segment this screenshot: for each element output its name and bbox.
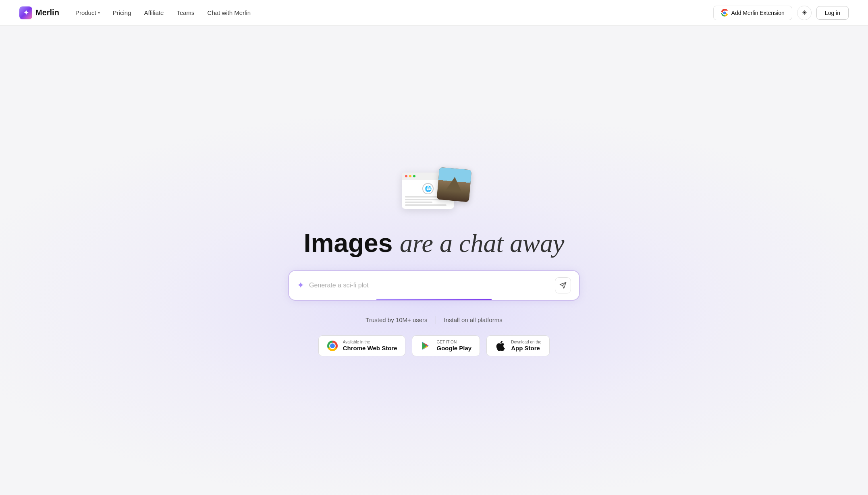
browser-line [405, 202, 432, 203]
play-badge-text: GET IT ON Google Play [436, 340, 471, 352]
chevron-down-icon: ▾ [98, 10, 100, 15]
chrome-badge-icon [327, 340, 338, 351]
nav-teams[interactable]: Teams [177, 9, 194, 16]
logo-icon: ✦ [19, 6, 32, 19]
close-dot [405, 175, 407, 177]
nav-product[interactable]: Product ▾ [75, 9, 100, 16]
play-badge-icon [420, 340, 432, 351]
minimize-dot [409, 175, 411, 177]
google-play-badge[interactable]: GET IT ON Google Play [412, 335, 480, 356]
logo-text: Merlin [35, 8, 59, 17]
globe-icon: 🌐 [422, 183, 434, 194]
chrome-badge-text: Available in the Chrome Web Store [343, 340, 397, 352]
building-image [437, 167, 472, 202]
navbar: ✦ Merlin Product ▾ Pricing Affiliate Tea… [0, 0, 868, 26]
chrome-badge-big: Chrome Web Store [343, 345, 397, 352]
expand-dot [413, 175, 415, 177]
add-extension-label: Add Merlin Extension [731, 10, 785, 16]
nav-chat[interactable]: Chat with Merlin [208, 9, 251, 16]
apple-badge-icon [495, 340, 506, 351]
nav-right: Add Merlin Extension ☀ Log in [713, 6, 849, 20]
svg-point-1 [723, 11, 726, 14]
trust-line: Trusted by 10M+ users Install on all pla… [365, 316, 502, 324]
apple-badge-text: Download on the App Store [511, 340, 541, 352]
send-icon [559, 282, 567, 289]
trust-divider [436, 316, 436, 324]
headline-italic-text: are a chat away [400, 229, 564, 258]
install-text: Install on all platforms [444, 316, 503, 323]
play-badge-big: Google Play [436, 345, 471, 352]
chrome-icon [721, 9, 728, 17]
chrome-badge-small: Available in the [343, 340, 397, 345]
theme-toggle-button[interactable]: ☀ [797, 6, 812, 20]
sun-icon: ☀ [802, 9, 807, 17]
login-button[interactable]: Log in [816, 6, 849, 20]
apple-icon [496, 341, 505, 351]
nav-left: ✦ Merlin Product ▾ Pricing Affiliate Tea… [19, 6, 251, 19]
browser-line [405, 204, 446, 206]
apple-badge-big: App Store [511, 345, 541, 352]
search-input[interactable] [309, 282, 550, 289]
nav-links: Product ▾ Pricing Affiliate Teams Chat w… [75, 9, 251, 16]
search-box: ✦ [289, 271, 579, 300]
nav-affiliate[interactable]: Affiliate [144, 9, 164, 16]
hero-illustration: 🌐 [394, 164, 474, 221]
trust-text: Trusted by 10M+ users [365, 316, 427, 323]
google-play-icon [421, 341, 431, 351]
add-extension-button[interactable]: Add Merlin Extension [713, 6, 792, 20]
chrome-icon [327, 341, 338, 351]
search-progress-bar [376, 299, 492, 300]
nav-pricing[interactable]: Pricing [113, 9, 131, 16]
hero-headline: Images are a chat away [304, 229, 565, 258]
send-button[interactable] [555, 277, 571, 293]
play-badge-small: GET IT ON [436, 340, 471, 345]
browser-line [405, 199, 442, 200]
merlin-sparkle-icon: ✦ [297, 280, 304, 291]
headline-bold: Images [304, 229, 393, 258]
search-container: ✦ [289, 271, 579, 300]
logo[interactable]: ✦ Merlin [19, 6, 59, 19]
photo-illustration [437, 167, 472, 202]
platform-badges: Available in the Chrome Web Store GET IT… [318, 335, 550, 356]
app-store-badge[interactable]: Download on the App Store [486, 335, 550, 356]
hero-section: 🌐 Images are a chat away ✦ [0, 26, 868, 495]
apple-badge-small: Download on the [511, 340, 541, 345]
chrome-web-store-badge[interactable]: Available in the Chrome Web Store [318, 335, 406, 356]
